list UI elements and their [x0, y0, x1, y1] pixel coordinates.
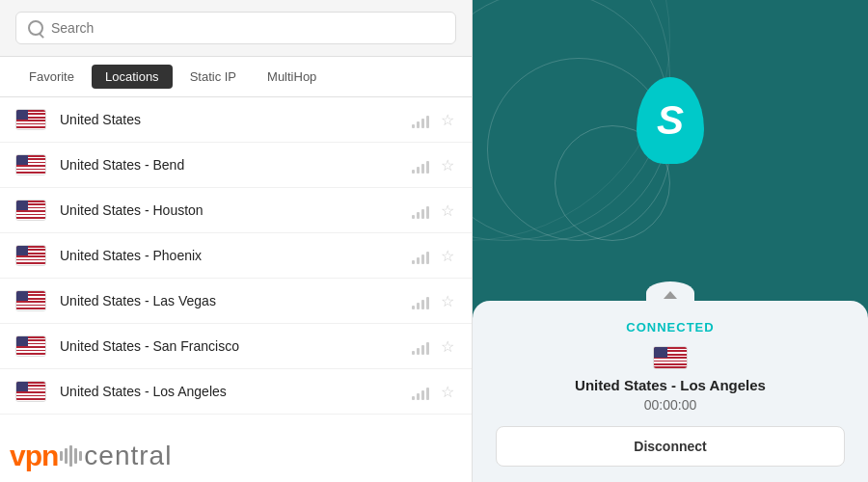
- location-name: United States - Los Angeles: [60, 384, 412, 399]
- connection-timer: 00:00:00: [644, 397, 697, 413]
- tabs-row: Favorite Locations Static IP MultiHop: [0, 57, 472, 97]
- location-list: United States ☆ United States - Bend: [0, 97, 472, 482]
- location-name: United States - Las Vegas: [60, 293, 412, 308]
- list-item[interactable]: United States - Los Angeles ☆: [0, 369, 472, 415]
- favorite-star[interactable]: ☆: [439, 247, 456, 264]
- watermark-vpn: vpn: [10, 440, 58, 472]
- flag-icon: [15, 109, 46, 130]
- flag-icon: [15, 245, 46, 266]
- tab-locations[interactable]: Locations: [92, 65, 173, 89]
- flag-icon: [15, 200, 46, 221]
- watermark-bars: [60, 445, 82, 467]
- disconnect-button[interactable]: Disconnect: [496, 426, 845, 467]
- flag-icon: [15, 381, 46, 402]
- favorite-star[interactable]: ☆: [439, 383, 456, 400]
- connected-flag: [653, 346, 688, 369]
- chevron-up-icon: [664, 291, 677, 299]
- signal-icon: [412, 383, 429, 400]
- location-name: United States - Houston: [60, 202, 412, 218]
- list-item[interactable]: United States - Las Vegas ☆: [0, 279, 472, 324]
- signal-icon: [412, 156, 429, 174]
- connected-location: United States - Los Angeles: [575, 377, 766, 393]
- search-icon: [28, 20, 43, 36]
- list-item[interactable]: United States - Phoenix ☆: [0, 233, 472, 279]
- tab-multihop[interactable]: MultiHop: [254, 65, 330, 89]
- list-item[interactable]: United States - San Francisco ☆: [0, 324, 472, 369]
- location-name: United States - Phoenix: [60, 248, 412, 263]
- list-item[interactable]: United States ☆: [0, 97, 472, 143]
- logo-container: S: [637, 77, 704, 164]
- watermark-central: central: [84, 441, 172, 471]
- list-item[interactable]: United States - Bend ☆: [0, 143, 472, 188]
- flag-icon: [15, 335, 46, 357]
- tab-favorite[interactable]: Favorite: [15, 65, 88, 89]
- signal-icon: [412, 201, 429, 219]
- flag-icon: [15, 154, 46, 175]
- tab-static-ip[interactable]: Static IP: [176, 65, 250, 89]
- search-input[interactable]: [51, 20, 444, 36]
- location-name: United States - Bend: [60, 157, 412, 173]
- search-bar: [0, 0, 472, 57]
- favorite-star[interactable]: ☆: [439, 156, 456, 174]
- card-handle[interactable]: [646, 281, 694, 305]
- left-panel: Favorite Locations Static IP MultiHop Un…: [0, 0, 473, 482]
- search-container[interactable]: [15, 12, 456, 44]
- favorite-star[interactable]: ☆: [439, 337, 456, 355]
- favorite-star[interactable]: ☆: [439, 201, 456, 219]
- watermark: vpn central: [10, 440, 172, 472]
- location-name: United States: [60, 112, 412, 127]
- location-name: United States - San Francisco: [60, 338, 412, 354]
- signal-icon: [412, 247, 429, 264]
- logo-letter: S: [657, 100, 684, 141]
- signal-icon: [412, 111, 429, 128]
- list-item[interactable]: United States - Houston ☆: [0, 188, 472, 233]
- right-panel: S CONNECTED United States - Los Angeles …: [473, 0, 868, 482]
- favorite-star[interactable]: ☆: [439, 111, 456, 128]
- surfshark-logo: S: [637, 77, 704, 164]
- signal-icon: [412, 292, 429, 309]
- connected-card: CONNECTED United States - Los Angeles 00…: [473, 301, 868, 482]
- flag-icon: [15, 290, 46, 311]
- signal-icon: [412, 337, 429, 355]
- favorite-star[interactable]: ☆: [439, 292, 456, 309]
- connected-status: CONNECTED: [626, 320, 714, 335]
